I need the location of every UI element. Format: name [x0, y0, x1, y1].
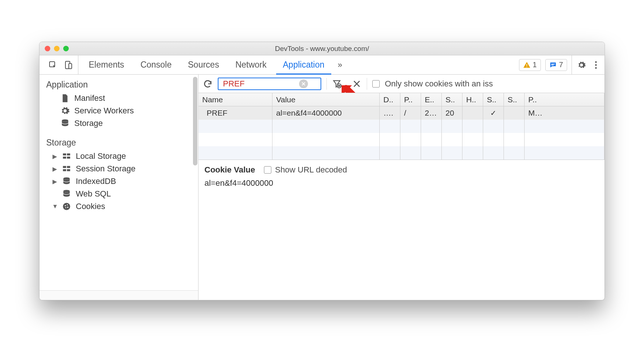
- col-domain[interactable]: D..: [380, 93, 400, 106]
- minimize-window-button[interactable]: [54, 46, 60, 51]
- window-controls: [40, 46, 69, 51]
- col-secure[interactable]: S..: [483, 93, 504, 106]
- svg-rect-14: [67, 157, 70, 158]
- panel-tabs: Elements Console Sources Network Applica…: [81, 55, 333, 74]
- col-httponly[interactable]: H..: [462, 93, 483, 106]
- svg-point-20: [63, 190, 70, 192]
- svg-rect-11: [63, 153, 66, 155]
- settings-gear-icon[interactable]: [577, 61, 586, 69]
- table-row[interactable]: PREF al=en&f4=4000000 …. / 2… 20 ✓ M…: [199, 106, 604, 120]
- table-row-empty: [199, 120, 604, 133]
- clear-filter-button[interactable]: [299, 79, 308, 88]
- svg-point-10: [62, 119, 68, 122]
- svg-point-25: [65, 207, 67, 208]
- messages-badge[interactable]: 7: [545, 59, 567, 71]
- only-issues-checkbox[interactable]: [372, 80, 380, 88]
- messages-count: 7: [559, 61, 563, 69]
- col-expires[interactable]: E..: [421, 93, 442, 106]
- application-sidebar: Application Manifest Service Workers Sto…: [40, 75, 199, 300]
- clear-filtered-icon[interactable]: [332, 79, 342, 89]
- svg-rect-5: [551, 64, 555, 64]
- check-icon: ✓: [490, 109, 496, 117]
- tab-sources[interactable]: Sources: [180, 55, 227, 74]
- svg-point-7: [595, 61, 597, 62]
- warnings-count: 1: [533, 61, 537, 69]
- inspect-element-icon[interactable]: [48, 61, 57, 69]
- chevron-right-icon[interactable]: ▶: [52, 165, 57, 172]
- svg-rect-2: [69, 64, 72, 69]
- svg-rect-16: [67, 166, 70, 168]
- titlebar: DevTools - www.youtube.com/: [40, 42, 604, 55]
- more-tabs-button[interactable]: »: [333, 55, 348, 74]
- grid-icon: [62, 151, 71, 161]
- warning-icon: [523, 61, 531, 69]
- sidebar-item-local-storage[interactable]: ▶ Local Storage: [40, 150, 198, 163]
- table-header-row: Name Value D.. P.. E.. S.. H.. S.. S.. P…: [199, 93, 604, 106]
- svg-point-21: [63, 203, 70, 210]
- delete-icon[interactable]: [352, 79, 362, 89]
- kebab-icon: [595, 61, 597, 69]
- svg-rect-17: [63, 169, 66, 171]
- grid-icon: [62, 164, 71, 174]
- tab-elements[interactable]: Elements: [81, 55, 132, 74]
- message-icon: [549, 61, 557, 69]
- window-title: DevTools - www.youtube.com/: [40, 45, 604, 53]
- device-toolbar-icon[interactable]: [64, 61, 73, 69]
- devtools-window: DevTools - www.youtube.com/ Elements Con…: [39, 42, 605, 300]
- col-samesite[interactable]: S..: [504, 93, 525, 106]
- sidebar-section-application: Application: [40, 75, 198, 92]
- svg-point-9: [595, 67, 597, 68]
- col-name[interactable]: Name: [199, 93, 272, 106]
- sidebar-scrollbar[interactable]: [193, 77, 197, 165]
- cookie-value-text: al=en&f4=4000000: [204, 178, 599, 188]
- sidebar-section-storage: Storage: [40, 133, 198, 150]
- cookie-value-pane: Cookie Value Show URL decoded al=en&f4=4…: [199, 160, 604, 300]
- warnings-badge[interactable]: 1: [519, 59, 541, 71]
- table-row-empty: [199, 146, 604, 160]
- show-url-decoded-checkbox[interactable]: [264, 166, 271, 174]
- sidebar-item-indexeddb[interactable]: ▶ IndexedDB: [40, 175, 198, 188]
- svg-rect-18: [67, 169, 70, 171]
- chevron-right-icon[interactable]: ▶: [52, 153, 57, 160]
- chevron-right-icon[interactable]: ▶: [52, 178, 57, 185]
- svg-point-24: [67, 206, 68, 208]
- table-row-empty: [199, 133, 604, 146]
- svg-point-22: [65, 205, 66, 206]
- sidebar-item-manifest[interactable]: Manifest: [40, 92, 198, 105]
- svg-point-8: [595, 64, 597, 65]
- database-icon: [62, 177, 71, 186]
- tab-application[interactable]: Application: [275, 55, 333, 74]
- more-options-button[interactable]: [591, 55, 601, 74]
- svg-point-23: [67, 204, 68, 205]
- cookies-toolbar: Only show cookies with an iss: [199, 75, 604, 93]
- close-window-button[interactable]: [45, 46, 50, 51]
- sidebar-item-cookies[interactable]: ▼ Cookies: [40, 200, 198, 213]
- zoom-window-button[interactable]: [63, 46, 69, 51]
- refresh-icon[interactable]: [203, 79, 213, 89]
- col-size[interactable]: S..: [442, 93, 462, 106]
- filter-input-wrapper[interactable]: [218, 78, 321, 90]
- tab-console[interactable]: Console: [132, 55, 180, 74]
- cookies-table: Name Value D.. P.. E.. S.. H.. S.. S.. P…: [199, 93, 604, 160]
- only-issues-label: Only show cookies with an iss: [385, 79, 493, 89]
- filter-input[interactable]: [222, 79, 296, 89]
- svg-rect-3: [526, 64, 527, 66]
- sidebar-item-session-storage[interactable]: ▶ Session Storage: [40, 163, 198, 175]
- tab-network[interactable]: Network: [227, 55, 275, 74]
- sidebar-item-storage-top[interactable]: Storage: [40, 117, 198, 130]
- sidebar-item-service-workers[interactable]: Service Workers: [40, 105, 198, 117]
- cookie-value-heading: Cookie Value: [204, 165, 255, 175]
- svg-rect-4: [526, 66, 527, 67]
- show-url-decoded-label: Show URL decoded: [275, 165, 347, 175]
- sidebar-bottom-bar: [40, 290, 198, 300]
- file-icon: [60, 93, 70, 103]
- chevron-down-icon[interactable]: ▼: [52, 203, 57, 210]
- svg-rect-13: [63, 157, 66, 158]
- col-value[interactable]: Value: [272, 93, 380, 106]
- cookies-panel: Only show cookies with an iss Name Value…: [199, 75, 604, 300]
- sidebar-item-websql[interactable]: ▶ Web SQL: [40, 188, 198, 200]
- svg-rect-12: [67, 153, 70, 155]
- col-priority[interactable]: P..: [525, 93, 604, 106]
- col-path[interactable]: P..: [400, 93, 421, 106]
- svg-rect-6: [551, 65, 554, 65]
